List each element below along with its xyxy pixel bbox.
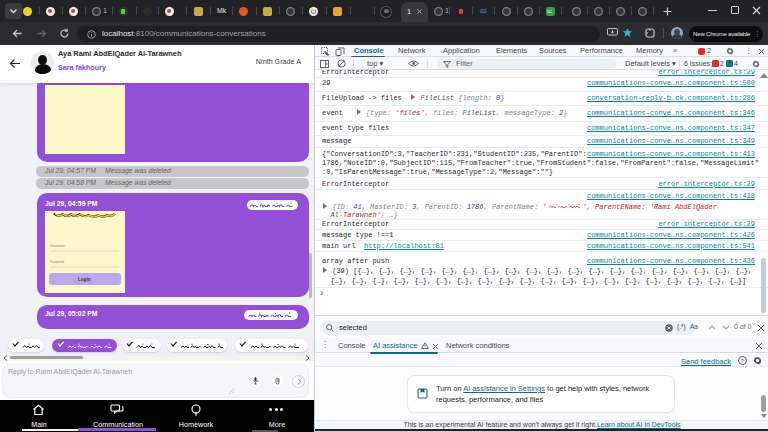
svg-text:Login: Login — [78, 277, 91, 282]
svg-text:?: ? — [741, 358, 744, 364]
svg-text:Password: Password — [50, 260, 64, 264]
svg-text:Username: Username — [50, 244, 65, 248]
